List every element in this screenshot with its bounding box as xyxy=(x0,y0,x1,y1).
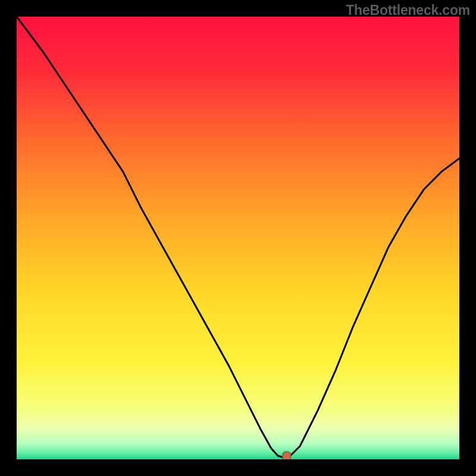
optimal-point-marker xyxy=(283,452,290,459)
bottleneck-chart xyxy=(17,17,459,459)
attribution-label: TheBottleneck.com xyxy=(346,2,470,18)
